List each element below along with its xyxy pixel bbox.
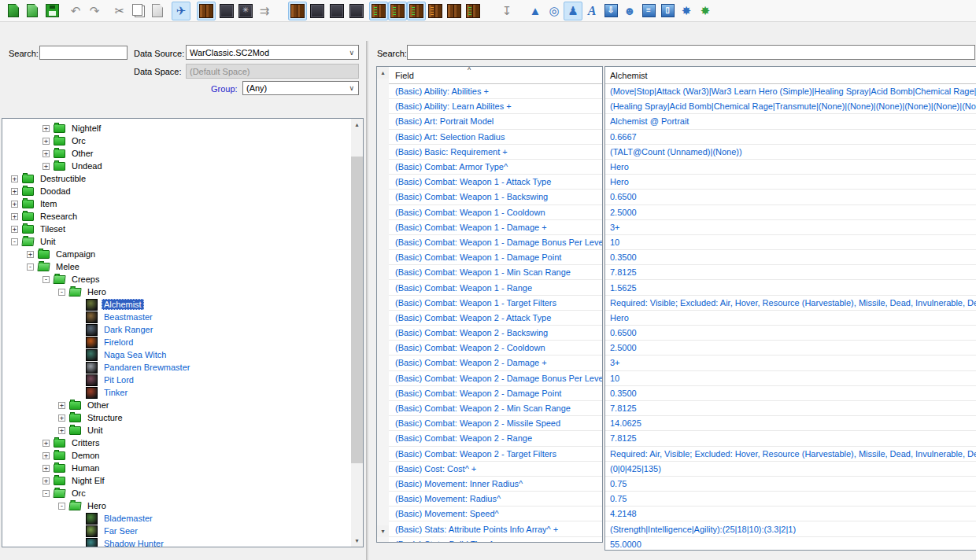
field-row[interactable]: (Basic) Combat: Weapon 1 - Attack Type [389, 175, 602, 190]
tree-item-hero[interactable]: -Hero [3, 286, 350, 298]
group-combo[interactable]: (Any) ∨ [242, 81, 359, 95]
tree-item-demon[interactable]: +Demon [3, 449, 350, 462]
field-row[interactable]: (Basic) Ability: Learn Abilites + [389, 99, 602, 114]
expand-icon[interactable]: + [58, 427, 65, 434]
value-row[interactable]: 10 [605, 235, 976, 250]
value-row[interactable]: 55.0000 [605, 537, 976, 550]
value-row[interactable]: 0.6500 [605, 326, 976, 341]
tree-item-creeps[interactable]: -Creeps [3, 273, 350, 286]
field-column-header[interactable]: Field ^ [389, 67, 602, 84]
field-row[interactable]: (Basic) Combat: Weapon 2 - Range [389, 431, 602, 446]
card-view-3-button[interactable] [347, 2, 366, 20]
tree-item-human[interactable]: +Human [3, 462, 350, 474]
field-scrollbar[interactable]: ▴ ▾ [377, 67, 389, 542]
card-view-2-button[interactable] [327, 2, 346, 20]
value-row[interactable]: 3+ [605, 356, 976, 370]
tree-item-item[interactable]: +Item [3, 197, 350, 210]
expand-icon[interactable]: + [11, 213, 18, 220]
tree-item-pandaren-brewmaster[interactable]: Pandaren Brewmaster [3, 361, 350, 374]
value-row[interactable]: 7.8125 [605, 401, 976, 416]
tree-item-nightelf[interactable]: +Nightelf [3, 122, 350, 134]
show-basic-fields-button[interactable] [388, 2, 407, 20]
expand-icon[interactable]: + [11, 201, 18, 208]
field-row[interactable]: (Basic) Combat: Weapon 2 - Missile Speed [389, 416, 602, 431]
ai-module-button[interactable]: ☻ [620, 2, 639, 20]
collapse-icon[interactable]: - [43, 276, 50, 283]
tree-item-destructible[interactable]: +Destructible [3, 172, 350, 185]
field-row[interactable]: (Basic) Combat: Weapon 2 - Backswing [389, 326, 602, 341]
value-row[interactable]: Required: Air, Visible; Excluded: Hover,… [605, 447, 976, 462]
expand-icon[interactable]: + [43, 163, 50, 170]
tree-item-doodad[interactable]: +Doodad [3, 185, 350, 197]
field-row[interactable]: (Basic) Movement: Inner Radius^ [389, 477, 602, 492]
field-row[interactable]: (Basic) Combat: Weapon 1 - Backswing [389, 190, 602, 204]
data-module-button[interactable] [197, 2, 216, 20]
cutscene-module-button[interactable]: ▯ [658, 2, 677, 20]
test-document-button[interactable]: ✈ [172, 2, 190, 20]
field-row[interactable]: (Basic) Combat: Weapon 1 - Damage Point [389, 250, 602, 265]
redo-button[interactable]: ↷ [85, 2, 104, 20]
tree-item-orc[interactable]: +Orc [3, 134, 350, 147]
branch-tool-button[interactable]: ⇉ [255, 2, 274, 20]
field-row[interactable]: (Basic) Combat: Weapon 1 - Cooldown [389, 205, 602, 220]
expand-icon[interactable]: + [43, 477, 50, 484]
value-row[interactable]: 1.5625 [605, 280, 976, 295]
tree-item-critters[interactable]: +Critters [3, 437, 350, 449]
field-row[interactable]: (Basic) Combat: Weapon 1 - Min Scan Rang… [389, 265, 602, 280]
value-row[interactable]: Required: Visible; Excluded: Air, Hover,… [605, 296, 976, 311]
value-row[interactable]: 0.6667 [605, 130, 976, 145]
field-row[interactable]: (Basic) Combat: Weapon 2 - Attack Type [389, 311, 602, 326]
tree-item-orc[interactable]: -Orc [3, 487, 350, 499]
field-row[interactable]: (Basic) Combat: Weapon 1 - Range [389, 280, 602, 295]
tree-item-campaign[interactable]: +Campaign [3, 248, 350, 260]
tree-item-firelord[interactable]: Firelord [3, 336, 350, 348]
dark-grid-view-button[interactable] [217, 2, 236, 20]
field-row[interactable]: (Basic) Combat: Weapon 1 - Damage Bonus … [389, 235, 602, 250]
cut-button[interactable]: ✂ [110, 2, 129, 20]
value-row[interactable]: (0|0|425|135) [605, 462, 976, 477]
collapse-icon[interactable]: - [58, 503, 65, 510]
scroll-down-icon[interactable]: ▾ [377, 525, 389, 537]
field-row[interactable]: (Basic) Combat: Weapon 2 - Damage Bonus … [389, 371, 602, 386]
tree-item-night-elf[interactable]: +Night Elf [3, 474, 350, 487]
expand-icon[interactable]: + [58, 402, 65, 409]
tree-item-unit[interactable]: -Unit [3, 235, 350, 248]
import-module-button[interactable]: ⇩ [601, 2, 620, 20]
open-document-button[interactable] [23, 2, 42, 20]
value-row[interactable]: 2.5000 [605, 205, 976, 220]
value-row[interactable]: (Strength|Intelligence|Agility):(25|18|1… [605, 521, 976, 536]
tree-item-melee[interactable]: -Melee [3, 260, 350, 273]
collapse-icon[interactable]: - [58, 289, 65, 296]
save-document-button[interactable] [43, 2, 61, 20]
value-row[interactable]: 0.6500 [605, 190, 976, 204]
value-row[interactable]: 0.75 [605, 492, 976, 507]
archive-module-button[interactable]: ≡ [639, 2, 658, 20]
value-column-header[interactable]: Alchemist [605, 67, 976, 84]
text-module-button[interactable]: A [582, 2, 601, 20]
tree-item-undead[interactable]: +Undead [3, 160, 350, 172]
value-row[interactable]: 7.8125 [605, 431, 976, 446]
view-raw-data-button[interactable] [426, 2, 445, 20]
tree-scrollbar-thumb[interactable] [351, 157, 363, 463]
tree-item-tileset[interactable]: +Tileset [3, 223, 350, 235]
tree-item-far-seer[interactable]: Far Seer [3, 525, 350, 537]
show-default-fields-button[interactable] [369, 2, 388, 20]
tree-item-unit[interactable]: +Unit [3, 424, 350, 437]
value-row[interactable]: (TALT@Count (Unnamed)|(None)) [605, 145, 976, 160]
triggers-module-button[interactable]: ◎ [545, 2, 564, 20]
expand-icon[interactable]: + [43, 150, 50, 157]
field-row[interactable]: (Basic) Art: Portrait Model [389, 114, 602, 129]
value-row[interactable]: (Healing Spray|Acid Bomb|Chemical Rage|T… [605, 99, 976, 114]
value-row[interactable]: 14.0625 [605, 416, 976, 431]
expand-icon[interactable]: + [11, 226, 18, 233]
field-row[interactable]: (Basic) Combat: Armor Type^ [389, 160, 602, 175]
value-row[interactable]: 3+ [605, 220, 976, 235]
scroll-down-icon[interactable]: ▾ [351, 535, 363, 547]
field-row[interactable]: (Basic) Ability: Abilities + [389, 84, 602, 99]
field-row[interactable]: (Basic) Combat: Weapon 2 - Cooldown [389, 341, 602, 356]
splat-green-button[interactable]: ✸ [696, 2, 715, 20]
tree-item-dark-ranger[interactable]: Dark Ranger [3, 323, 350, 336]
collapse-icon[interactable]: - [11, 238, 18, 245]
field-row[interactable]: (Basic) Movement: Speed^ [389, 507, 602, 521]
show-advanced-fields-button[interactable] [407, 2, 426, 20]
